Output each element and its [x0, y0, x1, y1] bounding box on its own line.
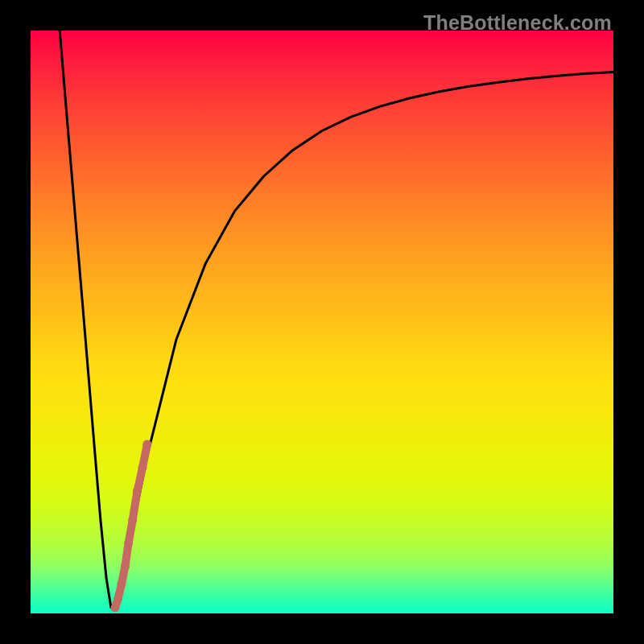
- watermark-text: TheBottleneck.com: [423, 11, 612, 35]
- highlight-dot: [138, 464, 147, 473]
- highlight-dot: [121, 563, 130, 572]
- bottleneck-curve: [60, 31, 613, 608]
- highlight-dot: [133, 487, 142, 496]
- curve-overlay: [31, 31, 613, 613]
- highlight-dot: [128, 516, 137, 525]
- highlight-dot: [124, 539, 133, 548]
- highlight-dot: [142, 440, 151, 449]
- highlight-dot: [117, 580, 126, 588]
- highlight-dot: [111, 603, 120, 612]
- highlight-dot: [114, 594, 122, 603]
- chart-frame: TheBottleneck.com: [0, 0, 644, 644]
